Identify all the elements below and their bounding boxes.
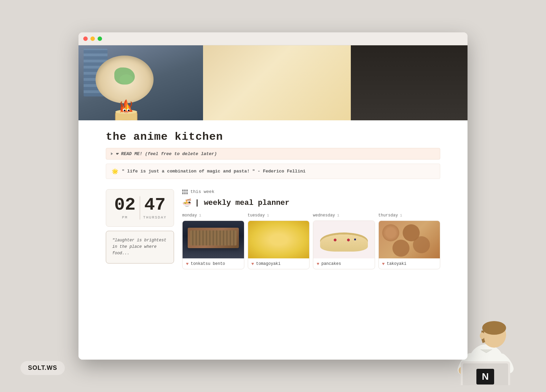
page-content[interactable]: the anime kitchen ❤ READ ME! (feel free … [78,45,468,360]
maximize-button[interactable] [98,36,102,41]
meal-footer-tuesday: ♥ tomagoyaki [248,258,310,269]
solt-label: SOLT.WS [28,364,57,371]
grid-cell-6 [186,192,188,194]
svg-text:N: N [482,371,489,382]
day-label-wednesday: wednesday [313,213,335,218]
meal-card-tuesday[interactable]: ♥ tomagoyaki [248,221,310,269]
meal-footer-monday: ♥ tonkatsu bento [183,258,244,269]
meal-name-monday: tonkatsu bento [191,261,225,266]
meal-planner-title-text: | weekly meal planner [195,199,289,207]
meal-planner-title: 🍜 | weekly meal planner [182,198,440,208]
meal-column-wednesday: wednesday 1 ♥ pancakes [313,213,375,269]
svg-point-2 [482,321,506,335]
meal-card-wednesday[interactable]: ♥ pancakes [313,221,375,269]
hero-banner [78,45,468,120]
hours-block: 02 PM [113,196,137,220]
page-title: the anime kitchen [106,131,440,143]
bottom-section: 02 PM 47 THURSDAY "laughter is brighte [106,189,440,269]
meal-column-tuesday: tuesday 1 ♥ tomagoyaki [248,213,310,269]
hero-left [78,45,203,120]
read-me-toggle[interactable] [111,152,113,155]
quote-widget: "laughter is brightest in the place wher… [106,231,174,263]
meal-name-thursday: takoyaki [387,261,406,266]
minutes-display: 47 [143,196,167,214]
heart-icon-thursday: ♥ [382,261,385,266]
right-column: this week 🍜 | weekly meal planner [182,189,440,269]
meal-footer-wednesday: ♥ pancakes [313,258,375,269]
desktop: SOLT.WS N [0,0,546,392]
flame-mascot [113,96,140,120]
day-label-thursday: thursday [378,213,398,218]
minutes-block: 47 THURSDAY [143,196,167,220]
meal-footer-thursday: ♥ takoyaki [379,258,440,269]
solt-badge: SOLT.WS [20,361,65,375]
minimize-button[interactable] [90,36,95,41]
time-divider [140,196,140,220]
svg-point-14 [124,110,126,111]
mascot-svg [113,96,140,120]
hero-right [351,45,468,120]
day-count-monday: 1 [199,213,201,217]
grid-cell-1 [182,190,184,192]
quote-bar: 🌟 " life is just a combination of magic … [106,164,440,179]
heart-icon-monday: ♥ [186,261,189,266]
svg-point-3 [480,332,485,339]
left-column: 02 PM 47 THURSDAY "laughter is brighte [106,189,174,269]
day-header-thursday: thursday 1 [378,213,441,218]
meal-columns: monday 1 ♥ tonkatsu bento [182,213,440,269]
heart-icon-wednesday: ♥ [317,261,319,266]
browser-window: the anime kitchen ❤ READ ME! (feel free … [78,32,468,360]
day-count-wednesday: 1 [337,213,340,217]
meal-image-tonkatsu [183,221,244,258]
day-header-monday: monday 1 [182,213,244,218]
widget-quote-text: "laughter is brightest in the place wher… [112,238,166,256]
meal-name-tuesday: tomagoyaki [256,261,281,266]
meal-image-takoyaki [379,221,440,258]
day-label-monday: monday [182,213,197,218]
day-count-thursday: 1 [400,213,402,217]
svg-point-15 [128,110,130,111]
day-label: THURSDAY [143,215,167,220]
pan-surface [96,56,154,103]
quote-emoji: 🌟 [112,168,118,175]
this-week-header: this week [182,189,440,194]
meal-card-thursday[interactable]: ♥ takoyaki [378,221,441,269]
grid-cell-3 [186,190,188,192]
hours-display: 02 [113,196,137,214]
meal-column-thursday: thursday 1 ♥ takoyaki [378,213,441,269]
read-me-text: ❤ READ ME! (feel free to delete later) [116,151,217,156]
meal-image-tomagoyaki [248,221,310,258]
main-content: the anime kitchen ❤ READ ME! (feel free … [78,120,468,283]
day-header-tuesday: tuesday 1 [248,213,310,218]
read-me-bar[interactable]: ❤ READ ME! (feel free to delete later) [106,148,440,160]
grid-cell-2 [184,190,186,192]
grid-icon [182,190,188,194]
title-icon: 🍜 [182,198,191,208]
meal-image-pancakes [313,221,375,258]
herb-highlight [119,74,133,85]
meal-column-monday: monday 1 ♥ tonkatsu bento [182,213,244,269]
period-label: PM [113,215,137,220]
quote-text: " life is just a combination of magic an… [122,169,305,174]
time-widget: 02 PM 47 THURSDAY [106,189,174,227]
grid-cell-4 [182,192,184,194]
hero-middle [203,45,351,120]
day-header-wednesday: wednesday 1 [313,213,375,218]
heart-icon-tuesday: ♥ [252,261,254,266]
grid-cell-5 [184,192,186,194]
titlebar [78,32,468,45]
meal-card-monday[interactable]: ♥ tonkatsu bento [182,221,244,269]
meal-name-wednesday: pancakes [321,261,341,266]
this-week-label: this week [190,189,214,194]
day-label-tuesday: tuesday [248,213,265,218]
close-button[interactable] [83,36,88,41]
day-count-tuesday: 1 [267,213,269,217]
